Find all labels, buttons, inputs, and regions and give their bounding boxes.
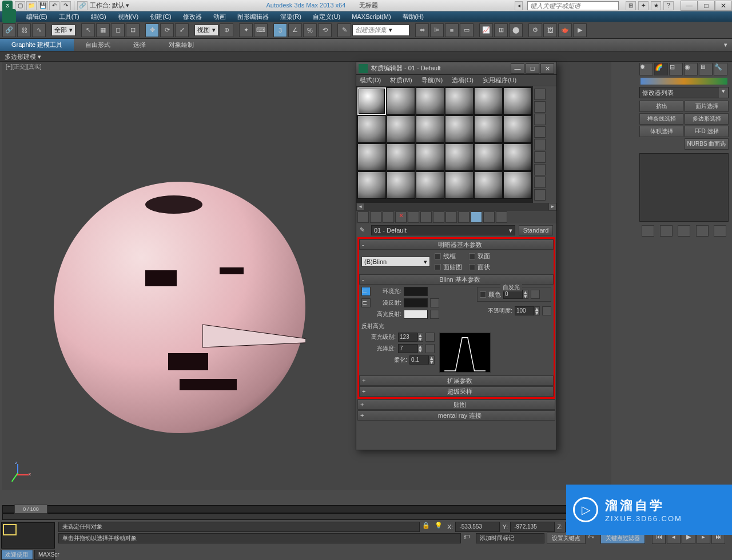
align-icon[interactable]: ⊫ bbox=[430, 23, 444, 37]
btn-vol-select[interactable]: 体积选择 bbox=[639, 126, 683, 137]
make-copy-icon[interactable] bbox=[408, 211, 419, 223]
diffuse-color-swatch[interactable] bbox=[404, 298, 428, 307]
bind-icon[interactable]: ∿ bbox=[32, 23, 46, 37]
show-end-result-icon[interactable] bbox=[660, 225, 673, 237]
material-slot[interactable] bbox=[503, 87, 532, 115]
btn-extrude[interactable]: 挤出 bbox=[639, 101, 683, 112]
sample-uv-icon[interactable] bbox=[534, 126, 546, 138]
display-tab[interactable]: 🖥 bbox=[699, 63, 713, 75]
ambient-color-swatch[interactable] bbox=[404, 287, 428, 296]
angle-snap-icon[interactable]: ∠ bbox=[288, 23, 302, 37]
percent-snap-icon[interactable]: % bbox=[303, 23, 317, 37]
viewcube[interactable] bbox=[554, 62, 611, 119]
material-slot[interactable] bbox=[357, 115, 386, 143]
menu-animation[interactable]: 动画 bbox=[208, 11, 232, 22]
btn-nurbs[interactable]: NURBS 曲面选 bbox=[685, 138, 729, 150]
material-type-button[interactable]: Standard bbox=[519, 225, 553, 235]
chevron-down-icon[interactable]: ▾ bbox=[719, 87, 728, 98]
pin-stack-icon[interactable] bbox=[642, 225, 654, 237]
tab-freeform[interactable]: 自由形式 bbox=[74, 39, 122, 51]
x-coord-input[interactable]: -533.553 bbox=[455, 522, 500, 532]
modifier-list[interactable]: 修改器列表 ▾ bbox=[639, 87, 729, 98]
menu-rendering[interactable]: 渲染(R) bbox=[274, 11, 307, 22]
tab-paint[interactable]: 对象绘制 bbox=[157, 39, 205, 51]
workspace-selector[interactable]: 工作台: 默认 bbox=[90, 1, 125, 10]
material-slot[interactable] bbox=[445, 171, 474, 199]
rollout-extended[interactable]: +扩展参数 bbox=[359, 375, 554, 386]
material-id-icon[interactable] bbox=[445, 211, 457, 223]
render-icon[interactable]: 🫖 bbox=[558, 23, 572, 37]
viewport-label[interactable]: [+][正交][真实] bbox=[6, 63, 42, 71]
maxscript-label[interactable]: MAXScr bbox=[34, 550, 55, 560]
menu-help[interactable]: 帮助(H) bbox=[397, 11, 429, 22]
rendered-frame-icon[interactable]: 🖼 bbox=[543, 23, 557, 37]
material-slot[interactable] bbox=[357, 143, 386, 171]
show-end-result-icon[interactable] bbox=[471, 211, 482, 223]
minimize-button[interactable]: — bbox=[681, 1, 698, 11]
chk-facemap[interactable]: 面贴图 bbox=[435, 263, 462, 271]
tab-graphite[interactable]: Graphite 建模工具 bbox=[0, 39, 74, 51]
chk-selfillum-color[interactable]: 颜色 bbox=[480, 290, 501, 299]
material-slot[interactable] bbox=[357, 87, 386, 115]
specular-map-button[interactable] bbox=[430, 310, 439, 319]
menu-views[interactable]: 视图(V) bbox=[112, 11, 145, 22]
curve-editor-icon[interactable]: 📈 bbox=[479, 23, 493, 37]
video-check-icon[interactable] bbox=[534, 139, 546, 150]
y-coord-input[interactable]: -972.135 bbox=[510, 522, 555, 532]
pivot-icon[interactable]: ⊕ bbox=[220, 23, 233, 37]
make-preview-icon[interactable] bbox=[534, 151, 546, 163]
shader-type-combo[interactable]: (B)Blinn▾ bbox=[361, 257, 430, 267]
material-slot[interactable] bbox=[416, 143, 444, 171]
search-input[interactable] bbox=[527, 1, 619, 10]
remove-modifier-icon[interactable] bbox=[696, 225, 709, 237]
spec-level-spinner[interactable]: 123▴▾ bbox=[398, 333, 423, 342]
rollout-blinn-basic[interactable]: -Blinn 基本参数 bbox=[359, 274, 554, 285]
spinner-snap-icon[interactable]: ⟲ bbox=[318, 23, 332, 37]
help-icon[interactable]: ? bbox=[663, 1, 674, 10]
close-button[interactable]: ✕ bbox=[715, 1, 732, 11]
modify-tab[interactable]: 🌈 bbox=[654, 63, 668, 75]
sample-type-icon[interactable] bbox=[534, 89, 546, 100]
rotate-icon[interactable]: ⟳ bbox=[160, 23, 174, 37]
material-slot[interactable] bbox=[416, 171, 444, 199]
tab-select[interactable]: 选择 bbox=[122, 39, 157, 51]
material-slot[interactable] bbox=[474, 87, 503, 115]
chk-2sided[interactable]: 双面 bbox=[469, 252, 496, 261]
go-to-parent-icon[interactable] bbox=[483, 211, 495, 223]
spec-level-map-button[interactable] bbox=[425, 333, 435, 342]
unlink-icon[interactable]: ⛓ bbox=[17, 23, 31, 37]
isolate-icon[interactable]: 💡 bbox=[435, 522, 445, 532]
link-btn[interactable]: 🔗 bbox=[77, 1, 87, 10]
track-view-mini[interactable] bbox=[1, 522, 55, 549]
named-selection-set[interactable]: 创建选择集▾ bbox=[352, 25, 409, 36]
menu-customize[interactable]: 自定义(U) bbox=[307, 11, 346, 22]
scale-icon[interactable]: ⤢ bbox=[175, 23, 189, 37]
create-tab[interactable]: ✸ bbox=[639, 63, 653, 75]
rollout-mentalray[interactable]: +mental ray 连接 bbox=[357, 410, 555, 421]
menu-options[interactable]: 选项(O) bbox=[452, 76, 474, 85]
background-icon[interactable] bbox=[534, 114, 546, 125]
menu-create[interactable]: 创建(C) bbox=[144, 11, 177, 22]
material-slot[interactable] bbox=[416, 115, 444, 143]
material-slot[interactable] bbox=[387, 143, 415, 171]
quick-render-icon[interactable]: ▶ bbox=[573, 23, 587, 37]
menu-graph[interactable]: 图形编辑器 bbox=[232, 11, 274, 22]
menu-tools[interactable]: 工具(T) bbox=[53, 11, 85, 22]
material-slot[interactable] bbox=[387, 171, 415, 199]
select-rect-icon[interactable]: ◻ bbox=[111, 23, 125, 37]
layers-icon[interactable]: ≡ bbox=[445, 23, 459, 37]
material-name-combo[interactable]: 01 - Default▾ bbox=[371, 225, 515, 235]
rollout-shader-basic[interactable]: -明暗器基本参数 bbox=[359, 239, 554, 250]
open-btn[interactable]: 📁 bbox=[26, 1, 37, 10]
specular-color-swatch[interactable] bbox=[404, 310, 428, 319]
put-to-library-icon[interactable] bbox=[433, 211, 444, 223]
keyboard-shortcut-icon[interactable]: ⌨ bbox=[254, 23, 268, 37]
material-slot[interactable] bbox=[474, 115, 503, 143]
diffuse-map-button[interactable] bbox=[430, 298, 439, 307]
sample-scrollbar[interactable]: ◂▸ bbox=[356, 203, 556, 211]
put-to-scene-icon[interactable] bbox=[370, 211, 381, 223]
gloss-map-button[interactable] bbox=[425, 344, 435, 353]
schematic-icon[interactable]: ⊞ bbox=[494, 23, 508, 37]
material-editor-titlebar[interactable]: 材质编辑器 - 01 - Default — □ ✕ bbox=[356, 62, 556, 75]
diffuse-lock-icon[interactable]: ⊏ bbox=[361, 298, 371, 307]
